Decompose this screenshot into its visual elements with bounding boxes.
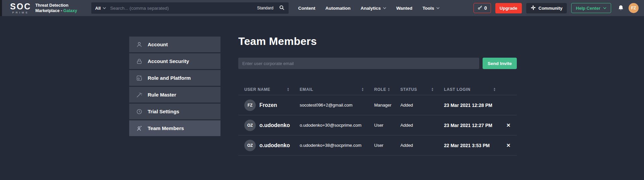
user-cell: OZ o.udodenko <box>238 120 294 131</box>
product-name-galaxy: Galaxy <box>63 8 77 13</box>
table-row: OZ o.udodenko o.udodenko+38@socprime.com… <box>238 135 517 156</box>
email-cell: o.udodenko+38@socprime.com <box>294 143 368 148</box>
team-icon <box>136 125 143 132</box>
settings-sidebar: Account Account Security Role and Platfo… <box>129 37 220 137</box>
navbar-right-cluster: 0 Upgrade Community Help Center FZ <box>474 3 639 13</box>
sidebar-item-account-security[interactable]: Account Security <box>129 53 220 69</box>
sort-icon: ▴▾ <box>362 87 363 91</box>
sort-icon: ▴▾ <box>287 87 289 91</box>
status-cell: Added <box>394 123 438 128</box>
table-row: FZ Frozen socotest096+2@gmail.com Manage… <box>238 95 517 115</box>
global-search: All Standard <box>91 2 289 14</box>
sidebar-item-role-platform[interactable]: Role and Platform <box>129 70 220 86</box>
keys-count: 0 <box>484 5 487 11</box>
lock-icon <box>136 58 143 65</box>
role-cell: User <box>368 123 394 128</box>
user-name: o.udodenko <box>259 122 290 128</box>
column-header-email[interactable]: EMAIL ▴▾ <box>294 87 368 92</box>
avatar: FZ <box>244 100 256 111</box>
logo-prime: PRIME <box>12 11 29 14</box>
chevron-down-icon <box>103 7 106 9</box>
upgrade-button[interactable]: Upgrade <box>495 3 522 13</box>
sidebar-item-rule-master[interactable]: Rule Master <box>129 87 220 103</box>
nav-item-tools[interactable]: Tools <box>417 6 445 11</box>
product-title: Threat Detection Marketplace - Galaxy <box>35 3 77 14</box>
slack-icon <box>531 5 536 11</box>
send-invite-button[interactable]: Send Invite <box>483 58 517 69</box>
user-cell: OZ o.udodenko <box>238 140 294 151</box>
invite-email-input[interactable] <box>238 58 479 69</box>
column-header-status[interactable]: STATUS ▴▾ <box>394 87 438 92</box>
clock-icon <box>136 108 143 115</box>
table-row: OZ o.udodenko o.udodenko+30@socprime.com… <box>238 115 517 135</box>
last-login-cell: 22 Mar 2021 3:53 PM <box>438 143 500 148</box>
key-icon <box>478 5 483 11</box>
remove-member-button[interactable]: ✕ <box>506 142 511 148</box>
wand-icon <box>136 92 143 98</box>
actions-cell: ✕ <box>500 122 517 128</box>
search-icon <box>279 5 285 11</box>
search-scope-label: All <box>95 6 101 11</box>
invite-row: Send Invite <box>238 58 517 69</box>
search-scope-dropdown[interactable]: All <box>95 6 106 11</box>
search-button[interactable] <box>279 5 285 11</box>
nav-item-automation[interactable]: Automation <box>320 6 356 11</box>
sort-icon: ▴▾ <box>494 87 495 91</box>
avatar: OZ <box>244 120 256 131</box>
table-header-row: USER NAME ▴▾ EMAIL ▴▾ ROLE ▴▾ STATUS ▴▾ … <box>238 84 517 95</box>
email-cell: socotest096+2@gmail.com <box>294 103 368 108</box>
user-cell: FZ Frozen <box>238 100 294 111</box>
nav-item-wanted[interactable]: Wanted <box>391 6 417 11</box>
top-navbar: SOC PRIME Threat Detection Marketplace -… <box>0 0 644 16</box>
column-header-role[interactable]: ROLE ▴▾ <box>368 87 394 92</box>
search-input[interactable] <box>110 6 257 11</box>
team-members-table: USER NAME ▴▾ EMAIL ▴▾ ROLE ▴▾ STATUS ▴▾ … <box>238 84 517 156</box>
column-header-last-login[interactable]: LAST LOGIN ▴▾ <box>438 87 500 92</box>
nav-item-analytics[interactable]: Analytics <box>356 6 391 11</box>
last-login-cell: 23 Mar 2021 12:27 PM <box>438 123 500 128</box>
product-title-line2: Marketplace - Galaxy <box>35 8 77 13</box>
team-members-panel: Team Members Send Invite USER NAME ▴▾ EM… <box>238 35 517 156</box>
sort-icon: ▴▾ <box>432 87 433 91</box>
logo-wordmark: SOC PRIME <box>10 2 31 14</box>
email-cell: o.udodenko+30@socprime.com <box>294 123 368 128</box>
user-avatar[interactable]: FZ <box>629 3 639 13</box>
help-center-button[interactable]: Help Center <box>571 3 611 13</box>
window-edge <box>0 0 2 16</box>
settings-page: Account Account Security Role and Platfo… <box>0 16 644 180</box>
sidebar-item-account[interactable]: Account <box>129 37 220 52</box>
avatar: OZ <box>244 140 256 151</box>
community-button[interactable]: Community <box>526 3 567 13</box>
sidebar-item-trial-settings[interactable]: Trial Settings <box>129 104 220 119</box>
page-title: Team Members <box>238 35 517 48</box>
nav-item-content[interactable]: Content <box>293 6 320 11</box>
keys-counter-badge[interactable]: 0 <box>474 3 491 13</box>
soc-prime-logo[interactable]: SOC PRIME <box>10 2 31 14</box>
role-cell: Manager <box>368 103 394 108</box>
status-cell: Added <box>394 143 438 148</box>
user-name: o.udodenko <box>259 142 290 148</box>
chevron-down-icon <box>383 7 386 9</box>
chevron-down-icon <box>603 7 606 9</box>
sort-icon: ▴▾ <box>388 87 390 91</box>
logo-soc: SOC <box>10 2 31 11</box>
user-icon <box>136 41 143 48</box>
status-cell: Added <box>394 103 438 108</box>
notifications-bell-icon[interactable] <box>617 5 624 11</box>
primary-nav: Content Automation Analytics Wanted Tool… <box>293 6 445 11</box>
remove-member-button[interactable]: ✕ <box>506 122 511 128</box>
last-login-cell: 23 Mar 2021 12:28 PM <box>438 103 500 108</box>
role-cell: User <box>368 143 394 148</box>
chevron-down-icon <box>436 7 440 9</box>
user-name: Frozen <box>259 102 277 108</box>
platform-icon <box>136 75 143 81</box>
column-header-user-name[interactable]: USER NAME ▴▾ <box>238 87 294 92</box>
sidebar-item-team-members[interactable]: Team Members <box>129 120 220 136</box>
search-mode-label[interactable]: Standard <box>257 6 274 10</box>
actions-cell: ✕ <box>500 142 517 148</box>
product-title-line1: Threat Detection <box>35 3 77 8</box>
